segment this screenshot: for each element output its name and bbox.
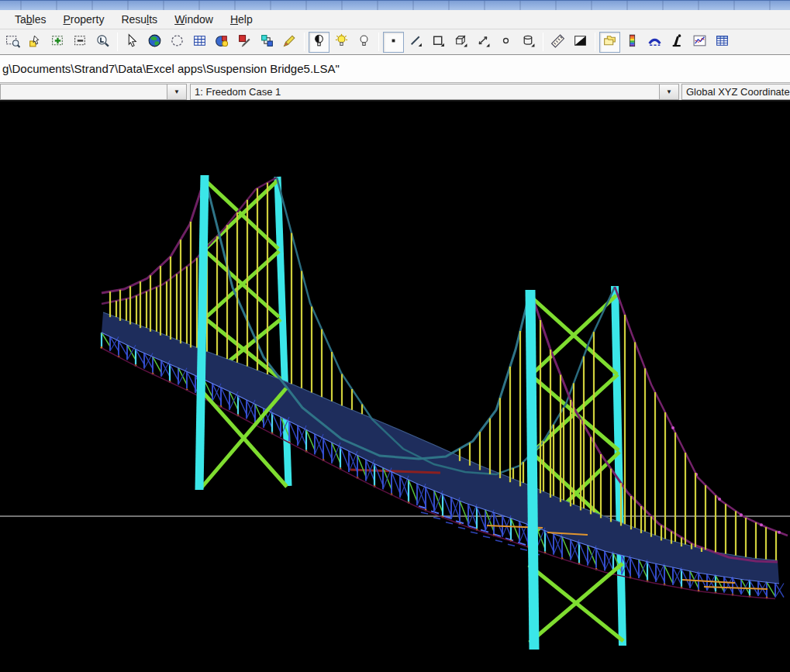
graph-tool-icon: [692, 33, 707, 51]
grid-icon: [192, 33, 207, 51]
pan-hand-icon: [28, 33, 43, 51]
toolbar-arc-displacement-button[interactable]: [644, 32, 665, 53]
select-arrow-icon: [125, 33, 140, 51]
window-combo-arrow-icon[interactable]: ▼: [167, 84, 186, 99]
cylinder-tool-icon: [521, 33, 536, 51]
entity-display-icon: [215, 33, 229, 51]
menu-help[interactable]: Help: [222, 11, 261, 28]
toolbar-ruler-button[interactable]: [547, 32, 568, 53]
ruler-icon: [550, 33, 565, 51]
toolbar-draw-square-pen-button[interactable]: [234, 32, 255, 53]
toolbar-entity-display-button[interactable]: [212, 32, 233, 53]
toolbar-globe-button[interactable]: [144, 32, 165, 53]
title-bar-clipped-text: [0, 1, 790, 10]
zoom-out-icon: [73, 33, 88, 51]
menu-property[interactable]: Property: [55, 11, 113, 28]
case-bar: ▼ 1: Freedom Case 1 ▼ Global XYZ Coordin…: [0, 83, 790, 102]
bulb-plain-icon: [357, 33, 371, 51]
toolbar-separator: [595, 33, 595, 51]
zoom-box-icon: [5, 33, 20, 51]
toolbar-eraser-pencil-button[interactable]: [279, 32, 300, 53]
toolbar-zoom-in-button[interactable]: [47, 32, 68, 53]
menu-results[interactable]: Results: [112, 11, 166, 28]
toolbar-separator: [378, 33, 379, 51]
vertex-tool-icon: [498, 33, 513, 51]
toolbar-node-dot-button[interactable]: [383, 32, 404, 53]
zoom-in-icon: [50, 33, 65, 51]
menu-tables[interactable]: Tables: [6, 11, 55, 28]
color-scale-icon: [625, 33, 640, 51]
strand7-window: TablesPropertyResultsWindowHelp g\Docume…: [0, 0, 790, 672]
path-bar: g\Documents\Strand7\Data\Excel apps\Susp…: [0, 55, 790, 83]
toolbar-grid-button[interactable]: [189, 32, 210, 53]
menu-bar: TablesPropertyResultsWindowHelp: [0, 10, 790, 29]
toolbar-vertex-tool-button[interactable]: [495, 32, 516, 53]
draw-square-pen-icon: [237, 33, 252, 51]
coordinate-system-combo[interactable]: Global XYZ Coordinate S: [681, 84, 790, 100]
toolbar-bulb-dark-button[interactable]: [309, 32, 329, 53]
freedom-case-combo[interactable]: 1: Freedom Case 1 ▼: [190, 84, 679, 100]
toolbar-shade-toggle-button[interactable]: [570, 32, 591, 53]
toolbar-brick-tool-button[interactable]: [450, 32, 471, 53]
toolbar-link-tool-button[interactable]: [473, 32, 494, 53]
toolbar-zoom-out-button[interactable]: [70, 32, 91, 53]
table-tool-icon: [715, 33, 730, 51]
toolbar-separator: [543, 33, 543, 51]
folders-icon: [602, 33, 617, 51]
toolbar-color-scale-button[interactable]: [622, 32, 643, 53]
toolbar-select-arrow-button[interactable]: [122, 32, 143, 53]
toolbar-connect-squares-button[interactable]: [257, 32, 278, 53]
window-combo[interactable]: ▼: [0, 84, 187, 100]
toolbar-beam-tool-button[interactable]: [405, 32, 426, 53]
toolbar-zoom-limits-button[interactable]: [92, 32, 113, 53]
node-dot-icon: [386, 33, 401, 51]
globe-icon: [147, 33, 162, 51]
toolbar-table-tool-button[interactable]: [712, 32, 733, 53]
arc-displacement-icon: [647, 33, 662, 51]
title-bar[interactable]: [0, 0, 790, 10]
zoom-limits-icon: [95, 33, 110, 51]
toolbar-separator: [117, 33, 118, 51]
eraser-pencil-icon: [282, 33, 297, 51]
bulb-dark-icon: [312, 33, 326, 51]
toolbar: [0, 29, 790, 55]
menu-window[interactable]: Window: [166, 11, 222, 28]
coordinate-system-combo-value: Global XYZ Coordinate S: [682, 86, 790, 98]
toolbar-pan-hand-button[interactable]: [25, 32, 46, 53]
link-tool-icon: [476, 33, 491, 51]
toolbar-bulb-plain-button[interactable]: [354, 32, 374, 53]
toolbar-graph-tool-button[interactable]: [689, 32, 710, 53]
toolbar-bulb-glow-button[interactable]: [331, 32, 352, 53]
toolbar-plate-tool-button[interactable]: [428, 32, 449, 53]
shade-toggle-icon: [573, 33, 588, 51]
freedom-case-combo-arrow-icon[interactable]: ▼: [659, 84, 678, 99]
plate-tool-icon: [431, 33, 446, 51]
peek-tool-icon: [670, 33, 685, 51]
freedom-case-combo-value: 1: Freedom Case 1: [191, 86, 659, 98]
toolbar-dashed-circle-button[interactable]: [167, 32, 188, 53]
connect-squares-icon: [260, 33, 274, 51]
toolbar-separator: [304, 33, 305, 51]
model-viewport[interactable]: [0, 102, 790, 672]
bulb-glow-icon: [334, 33, 349, 51]
bridge-model-canvas[interactable]: [0, 102, 790, 672]
dashed-circle-icon: [170, 33, 185, 51]
toolbar-peek-tool-button[interactable]: [667, 32, 688, 53]
toolbar-folders-button[interactable]: [599, 32, 620, 53]
toolbar-cylinder-tool-button[interactable]: [518, 32, 539, 53]
brick-tool-icon: [454, 33, 468, 51]
beam-tool-icon: [409, 33, 423, 51]
model-file-path: g\Documents\Strand7\Data\Excel apps\Susp…: [0, 62, 340, 75]
toolbar-zoom-box-button[interactable]: [2, 32, 23, 53]
